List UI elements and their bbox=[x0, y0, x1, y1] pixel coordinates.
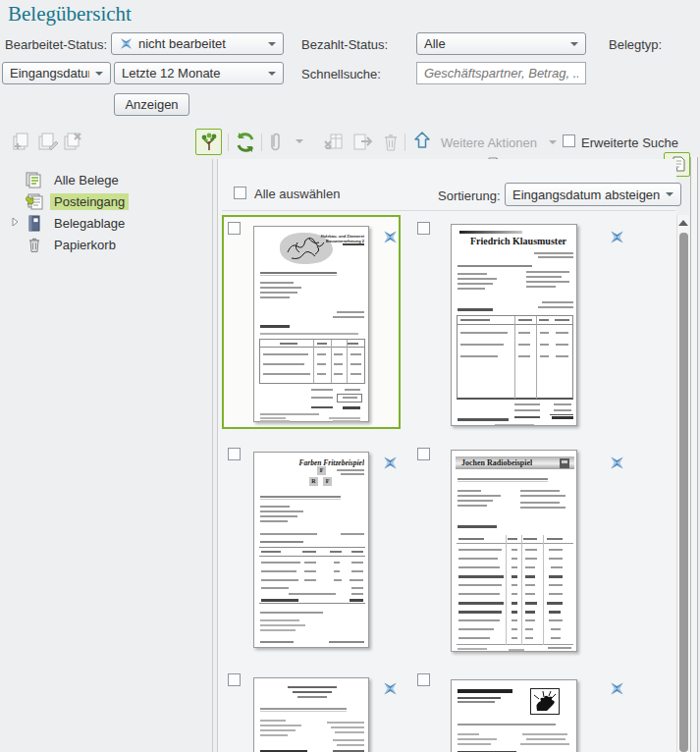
sidebar-item-posteingang[interactable]: Posteingang bbox=[26, 191, 129, 211]
remove-document-icon[interactable] bbox=[63, 133, 82, 150]
sort-select[interactable]: Eingangsdatum absteigend bbox=[505, 183, 681, 206]
document-checkbox[interactable] bbox=[417, 673, 430, 686]
page-title: Belegübersicht bbox=[8, 2, 132, 27]
pin-icon[interactable] bbox=[382, 229, 399, 245]
schnellsuche-input[interactable] bbox=[416, 62, 586, 84]
belegtyp-label: Belegtyp: bbox=[609, 37, 662, 52]
date-range-value: Letzte 12 Monate bbox=[122, 66, 262, 81]
sidebar-item-label: Belegablage bbox=[50, 215, 129, 232]
sidebar-item-belegablage[interactable]: Belegablage bbox=[26, 213, 129, 233]
bearbeitet-status-value: nicht bearbeitet bbox=[138, 36, 262, 51]
document-thumbnail-3[interactable]: Farben Fritzebeispiel F R F bbox=[253, 452, 369, 648]
select-all-label: Alle auswählen bbox=[254, 187, 340, 201]
pin-icon bbox=[119, 36, 134, 51]
document-header: Friedrich Klausmuster bbox=[463, 236, 573, 246]
bezahlt-status-select[interactable]: Alle bbox=[416, 32, 586, 55]
date-field-value: Eingangsdatum bbox=[10, 66, 89, 81]
erweiterte-suche-label: Erweiterte Suche bbox=[581, 135, 678, 150]
edit-document-icon[interactable] bbox=[37, 133, 59, 150]
bearbeitet-status-select[interactable]: nicht bearbeitet bbox=[111, 32, 284, 55]
document-header: Holzbau- und Zimmerei Bauunternehmung 2 bbox=[307, 234, 364, 245]
window-splitter[interactable] bbox=[690, 157, 698, 752]
sidebar-item-label: Alle Belege bbox=[50, 172, 123, 188]
document-thumbnail-2[interactable]: Friedrich Klausmuster bbox=[451, 224, 577, 426]
chevron-down-icon bbox=[570, 42, 578, 46]
select-all-checkbox[interactable] bbox=[234, 187, 246, 199]
document-thumbnail-1[interactable]: Holzbau- und Zimmerei Bauunternehmung 2 bbox=[253, 226, 369, 422]
beleguebersicht-window: Belegübersicht Bearbeitet-Status: nicht … bbox=[0, 0, 700, 752]
sort-value: Eingangsdatum absteigend bbox=[512, 188, 660, 202]
scrollbar-thumb[interactable] bbox=[679, 233, 688, 752]
new-document-icon[interactable] bbox=[12, 133, 31, 150]
sidebar-item-papierkorb[interactable]: Papierkorb bbox=[26, 235, 120, 254]
document-checkbox[interactable] bbox=[228, 673, 241, 686]
sidebar-item-alle-belege[interactable]: Alle Belege bbox=[26, 170, 123, 189]
pin-icon[interactable] bbox=[382, 680, 399, 697]
document-thumbnail-4[interactable]: Jochen Radiobeispiel bbox=[451, 450, 577, 652]
attachment-chevron-icon bbox=[296, 139, 303, 143]
document-header: Jochen Radiobeispiel bbox=[461, 458, 532, 467]
inbox-documents-icon bbox=[26, 193, 43, 210]
document-checkbox[interactable] bbox=[417, 448, 430, 460]
erweiterte-suche-checkbox[interactable] bbox=[563, 134, 575, 147]
bearbeitet-status-label: Bearbeitet-Status: bbox=[5, 37, 107, 52]
document-checkbox[interactable] bbox=[417, 222, 430, 235]
vertical-scrollbar[interactable] bbox=[676, 215, 689, 752]
weitere-aktionen-button[interactable]: Weitere Aktionen bbox=[441, 135, 537, 150]
anzeigen-button[interactable]: Anzeigen bbox=[114, 93, 189, 116]
sidebar-item-label: Papierkorb bbox=[50, 237, 120, 253]
invoice-table bbox=[259, 547, 365, 604]
document-thumbnail-6[interactable] bbox=[451, 679, 577, 752]
document-checkbox[interactable] bbox=[228, 448, 241, 460]
document-thumbnail-5[interactable] bbox=[253, 677, 369, 752]
schnellsuche-label: Schnellsuche: bbox=[301, 67, 381, 81]
header-banner: Jochen Radiobeispiel bbox=[456, 457, 574, 469]
refresh-icon[interactable] bbox=[235, 132, 256, 153]
company-logo bbox=[530, 688, 560, 715]
chevron-down-icon bbox=[95, 72, 103, 76]
bezahlt-status-label: Bezahlt-Status: bbox=[301, 37, 388, 52]
pin-icon[interactable] bbox=[382, 455, 399, 471]
export-document-icon bbox=[352, 133, 374, 152]
pin-icon[interactable] bbox=[609, 229, 625, 245]
scroll-up-icon[interactable] bbox=[678, 220, 688, 226]
sidebar-item-label: Posteingang bbox=[50, 193, 129, 210]
sidebar-splitter[interactable] bbox=[212, 159, 213, 752]
document-checkbox[interactable] bbox=[228, 222, 241, 235]
chevron-down-icon bbox=[666, 192, 673, 196]
delete-icon bbox=[383, 133, 399, 152]
invoice-table bbox=[259, 339, 365, 384]
chevron-down-icon bbox=[268, 42, 276, 46]
invoice-table bbox=[457, 315, 573, 400]
upload-icon[interactable] bbox=[413, 131, 431, 150]
pin-icon[interactable] bbox=[609, 680, 625, 697]
expander-icon[interactable] bbox=[12, 217, 19, 227]
trash-icon bbox=[26, 237, 43, 253]
attachment-icon bbox=[267, 132, 283, 153]
unassign-icon bbox=[324, 133, 344, 152]
binder-icon bbox=[26, 215, 43, 232]
pin-icon[interactable] bbox=[609, 455, 625, 471]
tree-view-toggle[interactable] bbox=[195, 129, 222, 155]
sort-label: Sortierung: bbox=[438, 188, 501, 203]
documents-stack-icon bbox=[26, 172, 43, 188]
date-field-select[interactable]: Eingangsdatum bbox=[2, 62, 111, 84]
date-range-select[interactable]: Letzte 12 Monate bbox=[114, 62, 284, 84]
tree-icon bbox=[199, 133, 219, 152]
invoice-table bbox=[457, 535, 573, 645]
weitere-aktionen-chevron-icon bbox=[549, 140, 557, 144]
chevron-down-icon bbox=[268, 72, 276, 76]
bezahlt-status-value: Alle bbox=[424, 36, 565, 51]
